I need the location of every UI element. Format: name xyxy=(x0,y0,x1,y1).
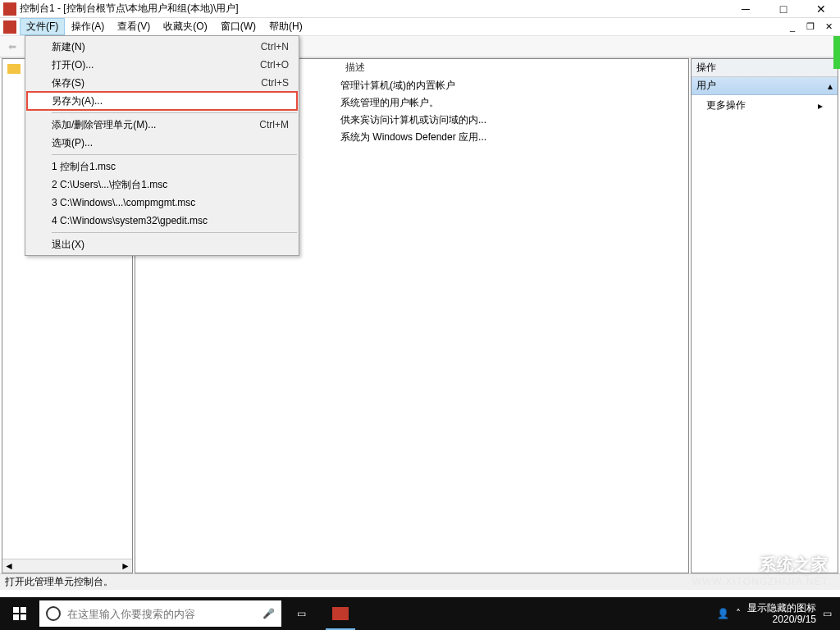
search-input[interactable] xyxy=(67,608,256,620)
menu-favorites[interactable]: 收藏夹(O) xyxy=(157,18,213,35)
menuitem-label: 4 C:\Windows\system32\gpedit.msc xyxy=(52,215,289,226)
actions-section-label: 用户 xyxy=(696,79,716,93)
task-view-button[interactable]: ▭ xyxy=(281,597,321,630)
tray-date: 2020/9/15 xyxy=(747,614,816,625)
chevron-right-icon: ▸ xyxy=(818,100,823,112)
menu-help[interactable]: 帮助(H) xyxy=(262,18,309,35)
system-tray: 👤 ˄ 显示隐藏的图标 2020/9/15 ▭ xyxy=(717,602,840,626)
menuitem-options[interactable]: 选项(P)... xyxy=(27,134,297,152)
list-rows: 管理计算机(域)的内置帐户 系统管理的用户帐户。 供来宾访问计算机或访问域的内.… xyxy=(340,79,486,144)
menuitem-open[interactable]: 打开(O)... Ctrl+O xyxy=(27,56,297,74)
scroll-right-icon[interactable]: ► xyxy=(121,560,130,572)
actions-section-users[interactable]: 用户 ▴ xyxy=(692,77,838,95)
menuitem-label: 另存为(A)... xyxy=(52,94,289,108)
menu-separator xyxy=(52,232,297,233)
menuitem-label: 添加/删除管理单元(M)... xyxy=(52,118,259,132)
mdi-minimize-button[interactable]: _ xyxy=(786,21,799,34)
back-button[interactable]: ⬅ xyxy=(5,39,20,54)
tray-up-icon[interactable]: ˄ xyxy=(736,608,741,619)
taskbar: 🎤 ▭ 👤 ˄ 显示隐藏的图标 2020/9/15 ▭ xyxy=(0,597,840,630)
menuitem-recent-2[interactable]: 2 C:\Users\...\控制台1.msc xyxy=(27,176,297,194)
scroll-left-icon[interactable]: ◄ xyxy=(4,560,14,572)
actions-more[interactable]: 更多操作 ▸ xyxy=(692,95,838,116)
actions-more-label: 更多操作 xyxy=(706,98,746,112)
menuitem-label: 保存(S) xyxy=(52,76,261,90)
scroll-indicator xyxy=(833,36,840,69)
cortana-icon xyxy=(46,606,61,621)
actions-pane: 操作 用户 ▴ 更多操作 ▸ xyxy=(691,58,838,573)
menuitem-label: 打开(O)... xyxy=(52,58,260,72)
titlebar: 控制台1 - [控制台根节点\本地用户和组(本地)\用户] ─ □ ✕ xyxy=(0,0,840,18)
menuitem-recent-4[interactable]: 4 C:\Windows\system32\gpedit.msc xyxy=(27,212,297,230)
horizontal-scrollbar[interactable]: ◄ ► xyxy=(2,559,132,573)
menu-view[interactable]: 查看(V) xyxy=(111,18,157,35)
taskbar-app-mmc[interactable] xyxy=(321,597,360,630)
menu-separator xyxy=(52,154,297,155)
mmc-menu-icon xyxy=(3,21,16,34)
menuitem-add-remove-snapin[interactable]: 添加/删除管理单元(M)... Ctrl+M xyxy=(27,116,297,134)
menuitem-recent-3[interactable]: 3 C:\Windows\...\compmgmt.msc xyxy=(27,194,297,212)
menu-action[interactable]: 操作(A) xyxy=(65,18,111,35)
menuitem-new[interactable]: 新建(N) Ctrl+N xyxy=(27,38,297,56)
people-icon[interactable]: 👤 xyxy=(717,608,729,619)
menu-file[interactable]: 文件(F) xyxy=(20,18,65,35)
notifications-icon[interactable]: ▭ xyxy=(823,608,832,619)
menuitem-save[interactable]: 保存(S) Ctrl+S xyxy=(27,74,297,92)
minimize-button[interactable]: ─ xyxy=(727,0,765,18)
menuitem-label: 2 C:\Users\...\控制台1.msc xyxy=(52,178,289,192)
maximize-button[interactable]: □ xyxy=(765,0,802,18)
mdi-close-button[interactable]: ✕ xyxy=(822,21,835,34)
mmc-app-icon xyxy=(3,2,16,16)
statusbar: 打开此管理单元控制台。 xyxy=(0,573,840,590)
actions-panel-title: 操作 xyxy=(692,59,838,77)
menuitem-shortcut: Ctrl+S xyxy=(261,77,289,89)
close-button[interactable]: ✕ xyxy=(802,0,840,18)
menuitem-label: 1 控制台1.msc xyxy=(52,160,289,174)
menuitem-recent-1[interactable]: 1 控制台1.msc xyxy=(27,158,297,176)
menuitem-label: 新建(N) xyxy=(52,40,261,54)
folder-icon xyxy=(7,64,21,74)
file-menu-dropdown: 新建(N) Ctrl+N 打开(O)... Ctrl+O 保存(S) Ctrl+… xyxy=(25,35,299,256)
taskbar-search[interactable]: 🎤 xyxy=(39,600,281,627)
window-title: 控制台1 - [控制台根节点\本地用户和组(本地)\用户] xyxy=(20,2,727,16)
menubar: 文件(F) 操作(A) 查看(V) 收藏夹(O) 窗口(W) 帮助(H) _ ❐… xyxy=(0,18,840,36)
menuitem-shortcut: Ctrl+M xyxy=(259,119,289,130)
menuitem-exit[interactable]: 退出(X) xyxy=(27,235,297,253)
menuitem-shortcut: Ctrl+O xyxy=(260,59,289,71)
list-item[interactable]: 系统为 Windows Defender 应用... xyxy=(340,130,486,144)
status-text: 打开此管理单元控制台。 xyxy=(5,575,113,589)
expand-arrow-icon: ▴ xyxy=(828,80,833,92)
start-button[interactable] xyxy=(0,597,39,630)
menuitem-saveas[interactable]: 另存为(A)... xyxy=(27,92,297,110)
mic-icon[interactable]: 🎤 xyxy=(262,608,275,619)
tray-hidden-text: 显示隐藏的图标 xyxy=(747,602,816,614)
window-controls: ─ □ ✕ xyxy=(727,0,840,18)
menu-separator xyxy=(52,112,297,113)
menu-window[interactable]: 窗口(W) xyxy=(214,18,262,35)
list-item[interactable]: 供来宾访问计算机或访问域的内... xyxy=(340,113,486,127)
menuitem-label: 选项(P)... xyxy=(52,136,289,150)
menuitem-label: 3 C:\Windows\...\compmgmt.msc xyxy=(52,197,289,208)
column-header-description[interactable]: 描述 xyxy=(340,59,370,77)
list-item[interactable]: 管理计算机(域)的内置帐户 xyxy=(340,79,486,93)
mdi-restore-button[interactable]: ❐ xyxy=(804,21,817,34)
menuitem-label: 退出(X) xyxy=(52,238,289,252)
list-item[interactable]: 系统管理的用户帐户。 xyxy=(340,96,486,110)
menuitem-shortcut: Ctrl+N xyxy=(261,41,289,52)
